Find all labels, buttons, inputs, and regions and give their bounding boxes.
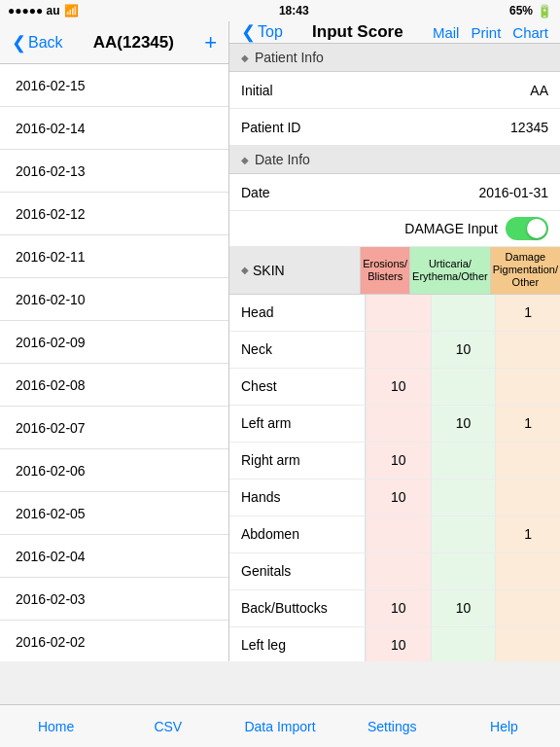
skin-cell-c1[interactable] (366, 516, 431, 552)
skin-cell-c1[interactable]: 10 (366, 480, 431, 516)
skin-cell-c2[interactable]: 10 (431, 406, 496, 442)
back-button[interactable]: ❮ Back (12, 32, 63, 53)
date-list-item[interactable]: 2016-02-15 (0, 64, 228, 107)
patient-id-label: Patient ID (241, 120, 300, 135)
nav-actions: Mail Print Chart (433, 24, 548, 41)
status-time: 18:43 (279, 4, 309, 18)
add-button[interactable]: + (204, 32, 217, 53)
date-list-item[interactable]: 2016-02-09 (0, 321, 228, 364)
skin-cell-c1[interactable]: 10 (366, 369, 431, 405)
skin-cell-c2[interactable]: 10 (431, 332, 496, 368)
patient-id-row: Patient ID 12345 (229, 109, 560, 146)
date-label: Date (241, 185, 270, 200)
skin-cell-c2[interactable] (431, 295, 496, 331)
skin-cell-c3[interactable]: 1 (495, 516, 560, 552)
skin-cell-c3[interactable] (495, 553, 560, 589)
battery-text: 65% (509, 4, 533, 18)
right-nav-title: Input Score (312, 22, 403, 42)
skin-cell-c3[interactable]: 1 (495, 295, 560, 331)
damage-input-row: DAMAGE Input (229, 211, 560, 247)
skin-cell-c2[interactable] (431, 627, 496, 661)
date-list-item[interactable]: 2016-02-13 (0, 150, 228, 193)
skin-row: Left arm 10 1 (229, 406, 560, 443)
skin-cell-c3[interactable] (495, 627, 560, 661)
skin-cell-c3[interactable] (495, 480, 560, 516)
chart-button[interactable]: Chart (512, 24, 548, 41)
date-list-item[interactable]: 2016-02-12 (0, 193, 228, 235)
skin-row: Genitals (229, 553, 560, 590)
patient-info-section-label: Patient Info (255, 50, 324, 65)
col-header-damage: Damage Pigmentation/ Other (490, 247, 560, 294)
skin-row: Neck 10 (229, 332, 560, 369)
skin-row: Chest 10 (229, 369, 560, 406)
wifi-icon: 📶 (64, 4, 79, 18)
date-list-item[interactable]: 2016-02-10 (0, 278, 228, 321)
skin-cell-c1[interactable]: 10 (366, 590, 431, 626)
skin-cell-c2[interactable] (431, 516, 496, 552)
back-label: Back (28, 34, 63, 52)
col-header-erosions: Erosions/ Blisters (360, 247, 409, 294)
left-panel: ❮ Back AA(12345) + 2016-02-152016-02-142… (0, 21, 229, 661)
tab-help[interactable]: Help (448, 705, 560, 747)
tab-data-import[interactable]: Data Import (224, 705, 335, 747)
skin-cell-c1[interactable]: 10 (366, 443, 431, 479)
carrier-text: ●●●●● au (8, 4, 60, 18)
battery-icon: 🔋 (537, 4, 552, 18)
tab-settings[interactable]: Settings (336, 705, 448, 747)
skin-row: Hands 10 (229, 480, 560, 516)
print-button[interactable]: Print (471, 24, 501, 41)
date-info-section-label: Date Info (255, 152, 310, 167)
date-list-item[interactable]: 2016-02-06 (0, 449, 228, 492)
date-list-item[interactable]: 2016-02-07 (0, 407, 228, 449)
skin-row-label: Left leg (229, 627, 366, 661)
skin-cell-c2[interactable] (431, 369, 496, 405)
skin-cell-c3[interactable] (495, 590, 560, 626)
skin-cell-c2[interactable] (431, 480, 496, 516)
skin-row-label: Left arm (229, 406, 366, 442)
skin-table-header: SKIN Erosions/ Blisters Urticaria/ Eryth… (229, 247, 560, 295)
top-label: Top (258, 23, 283, 41)
back-chevron-icon: ❮ (12, 32, 26, 53)
tab-home[interactable]: Home (0, 705, 112, 747)
status-bar: ●●●●● au 📶 18:43 65% 🔋 (0, 0, 560, 21)
initial-label: Initial (241, 83, 273, 98)
date-list-item[interactable]: 2016-02-11 (0, 235, 228, 278)
left-nav: ❮ Back AA(12345) + (0, 21, 228, 64)
skin-row: Right arm 10 (229, 443, 560, 480)
skin-cell-c1[interactable] (366, 553, 431, 589)
skin-cell-c3[interactable] (495, 332, 560, 368)
skin-cell-c2[interactable] (431, 553, 496, 589)
skin-cell-c1[interactable] (366, 295, 431, 331)
skin-row-label: Hands (229, 480, 366, 516)
skin-cell-c2[interactable]: 10 (431, 590, 496, 626)
date-list-item[interactable]: 2016-02-04 (0, 535, 228, 578)
status-right: 65% 🔋 (509, 4, 552, 18)
skin-cell-c3[interactable] (495, 443, 560, 479)
tab-csv[interactable]: CSV (112, 705, 224, 747)
skin-row: Left leg 10 (229, 627, 560, 661)
bottom-tabs: Home CSV Data Import Settings Help (0, 704, 560, 747)
date-list-item[interactable]: 2016-02-14 (0, 107, 228, 150)
skin-cell-c1[interactable] (366, 406, 431, 442)
skin-cell-c1[interactable] (366, 332, 431, 368)
damage-toggle[interactable] (506, 217, 548, 240)
date-list-item[interactable]: 2016-02-02 (0, 621, 228, 661)
skin-section-label: SKIN (229, 247, 360, 294)
date-list: 2016-02-152016-02-142016-02-132016-02-12… (0, 64, 228, 661)
skin-row-label: Head (229, 295, 366, 331)
date-list-item[interactable]: 2016-02-03 (0, 578, 228, 621)
skin-cell-c3[interactable]: 1 (495, 406, 560, 442)
patient-info-section-header: Patient Info (229, 44, 560, 72)
skin-cell-c3[interactable] (495, 369, 560, 405)
date-list-item[interactable]: 2016-02-08 (0, 364, 228, 407)
skin-cell-c1[interactable]: 10 (366, 627, 431, 661)
top-button[interactable]: ❮ Top (241, 21, 283, 43)
top-chevron-icon: ❮ (241, 21, 256, 43)
skin-row-label: Abdomen (229, 516, 366, 552)
date-list-item[interactable]: 2016-02-05 (0, 492, 228, 535)
damage-label: DAMAGE Input (404, 221, 498, 236)
left-nav-title: AA(12345) (93, 33, 174, 53)
mail-button[interactable]: Mail (433, 24, 460, 41)
patient-id-value: 12345 (510, 120, 548, 135)
skin-cell-c2[interactable] (431, 443, 496, 479)
